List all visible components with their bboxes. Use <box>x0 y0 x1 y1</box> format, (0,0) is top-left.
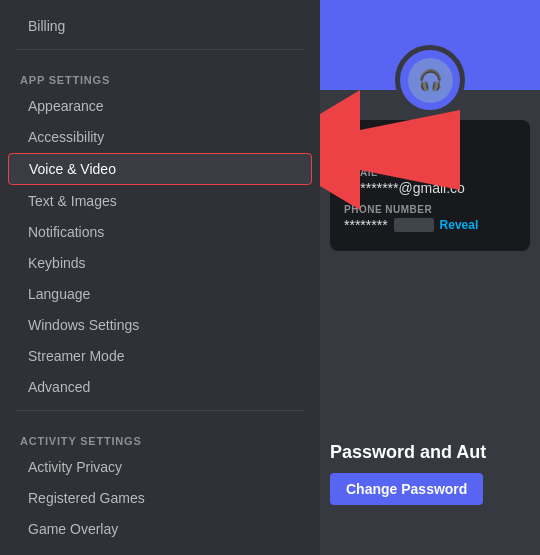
sidebar-item-activity-privacy[interactable]: Activity Privacy <box>8 452 312 482</box>
sidebar-item-keybinds[interactable]: Keybinds <box>8 248 312 278</box>
username-field-label: USERNAME <box>344 130 516 141</box>
avatar-wrap: 🎧 <box>395 45 465 115</box>
password-section-title: Password and Aut <box>330 442 530 463</box>
appearance-label: Appearance <box>28 98 104 114</box>
voice-video-label: Voice & Video <box>29 161 116 177</box>
phone-masked-value: ******** <box>344 217 388 233</box>
sidebar-divider-middle <box>16 410 304 411</box>
sidebar-item-text-images[interactable]: Text & Images <box>8 186 312 216</box>
phone-hidden-block <box>394 218 434 232</box>
streamer-mode-label: Streamer Mode <box>28 348 124 364</box>
phone-field-label: PHONE NUMBER <box>344 204 516 215</box>
password-section: Password and Aut Change Password <box>330 442 530 505</box>
change-password-button[interactable]: Change Password <box>330 473 483 505</box>
language-label: Language <box>28 286 90 302</box>
advanced-label: Advanced <box>28 379 90 395</box>
notifications-label: Notifications <box>28 224 104 240</box>
keybinds-label: Keybinds <box>28 255 86 271</box>
profile-info-card: USERNAME Prim3CuT#9470 EMAIL **********@… <box>330 120 530 251</box>
sidebar-item-appearance[interactable]: Appearance <box>8 91 312 121</box>
avatar: 🎧 <box>395 45 465 115</box>
app-settings-section-label: APP SETTINGS <box>0 58 320 90</box>
sidebar-item-notifications[interactable]: Notifications <box>8 217 312 247</box>
sidebar-item-game-overlay[interactable]: Game Overlay <box>8 514 312 544</box>
sidebar-item-streamer-mode[interactable]: Streamer Mode <box>8 341 312 371</box>
sidebar-item-windows-settings[interactable]: Windows Settings <box>8 310 312 340</box>
sidebar-item-accessibility[interactable]: Accessibility <box>8 122 312 152</box>
avatar-icon: 🎧 <box>418 68 443 92</box>
phone-field-value: ******** Reveal <box>344 217 516 233</box>
sidebar-item-registered-games[interactable]: Registered Games <box>8 483 312 513</box>
avatar-inner: 🎧 <box>408 58 453 103</box>
windows-settings-label: Windows Settings <box>28 317 139 333</box>
sidebar-item-billing[interactable]: Billing <box>8 11 312 41</box>
text-images-label: Text & Images <box>28 193 117 209</box>
email-field-value: **********@gmail.co <box>344 180 516 196</box>
game-overlay-label: Game Overlay <box>28 521 118 537</box>
sidebar-divider-top <box>16 49 304 50</box>
billing-label: Billing <box>28 18 65 34</box>
registered-games-label: Registered Games <box>28 490 145 506</box>
email-field-label: EMAIL <box>344 167 516 178</box>
sidebar-item-voice-video[interactable]: Voice & Video <box>8 153 312 185</box>
username-field-value: Prim3CuT#9470 <box>344 143 516 159</box>
activity-settings-section-label: ACTIVITY SETTINGS <box>0 419 320 451</box>
activity-privacy-label: Activity Privacy <box>28 459 122 475</box>
reveal-button[interactable]: Reveal <box>440 218 479 232</box>
sidebar-item-advanced[interactable]: Advanced <box>8 372 312 402</box>
content-panel: 🎧 USERNAME Prim3CuT#9470 EMAIL *********… <box>320 0 540 555</box>
sidebar-item-language[interactable]: Language <box>8 279 312 309</box>
sidebar: Billing APP SETTINGS Appearance Accessib… <box>0 0 320 555</box>
accessibility-label: Accessibility <box>28 129 104 145</box>
